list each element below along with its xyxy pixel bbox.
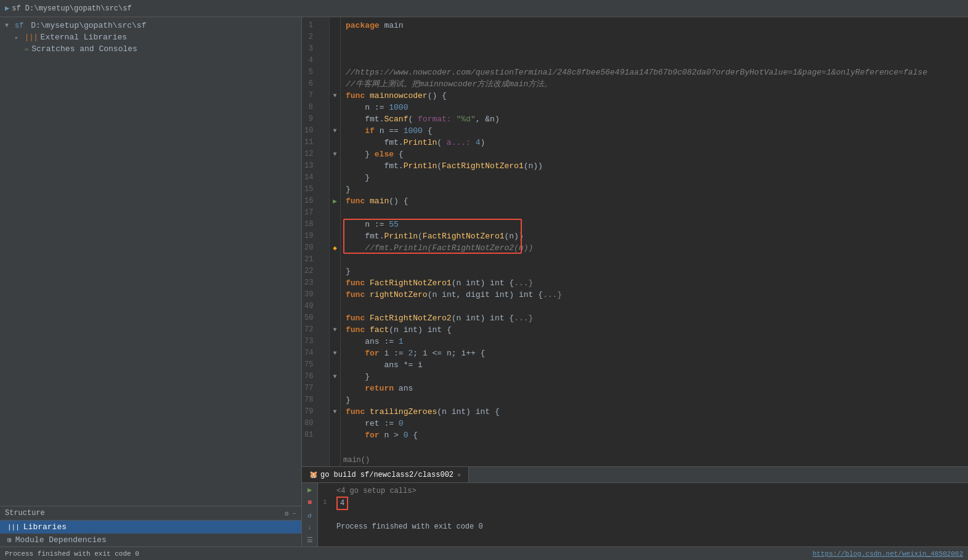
sidebar-sf-path: D:\mysetup\gopath\src\sf [26, 21, 146, 30]
run-scroll-down-button[interactable]: ↓ [304, 523, 315, 532]
structure-item-libraries[interactable]: ||| Libraries [0, 521, 301, 534]
code-line-75: ans *= i [346, 359, 963, 371]
scratches-label: Scratches and Consoles [31, 44, 137, 54]
line-numbers: 1 2 3 4 5 6 7 8 9 10 11 12 13 14 15 16 1… [302, 17, 330, 466]
ext-lib-icon: ||| [25, 33, 38, 42]
run-stop-button[interactable]: ■ [304, 498, 315, 507]
code-line-50: func FactRightNotZero2(n int) int {...} [346, 312, 963, 324]
fold-76[interactable]: ▼ [330, 371, 340, 383]
status-url[interactable]: https://blog.csdn.net/weixin_48502062 [813, 550, 963, 558]
output-line-blank [323, 510, 963, 521]
structure-actions: ⚙ – [285, 509, 296, 517]
run-content: ▶ ■ ↺ ↓ ☰ <4 go setup calls> 1 4 [302, 483, 968, 546]
code-line-14: } [346, 172, 963, 184]
run-output: <4 go setup calls> 1 4 Process finished … [318, 483, 968, 546]
code-line-21 [346, 254, 963, 266]
fold-7[interactable]: ▼ [330, 90, 340, 102]
code-line-80: ret := 0 [346, 418, 963, 429]
output-setup-text: <4 go setup calls> [336, 485, 417, 497]
libraries-label: Libraries [23, 522, 67, 532]
ext-libraries-label: External Libraries [41, 33, 127, 42]
code-line-74: for i := 2; i <= n; i++ { [346, 347, 963, 359]
bottom-call-indicator: main() [343, 455, 370, 466]
status-bar: Process finished with exit code 0 https:… [0, 546, 968, 560]
fold-72[interactable]: ▼ [330, 324, 340, 336]
project-icon: ▶ [5, 4, 9, 13]
code-line-4 [346, 55, 963, 67]
run-tabs: 🐹 go build sf/newclass2/class002 ✕ [302, 467, 968, 483]
editor-area: 1 2 3 4 5 6 7 8 9 10 11 12 13 14 15 16 1… [302, 17, 968, 546]
code-content[interactable]: package main //https://www.nowcoder.com/… [341, 17, 968, 466]
sidebar-item-scratches[interactable]: ✏ Scratches and Consoles [0, 43, 301, 55]
structure-title: Structure [5, 509, 45, 517]
process-finished-text: Process finished with exit code 0 [336, 521, 483, 532]
run-panel: 🐹 go build sf/newclass2/class002 ✕ ▶ ■ ↺… [302, 466, 968, 546]
code-line-10: if n == 1000 { [346, 125, 963, 137]
code-line-78: } [346, 394, 963, 406]
code-line-73: ans := 1 [346, 336, 963, 347]
output-result: 4 [336, 497, 348, 510]
code-line-17 [346, 207, 963, 219]
code-editor[interactable]: 1 2 3 4 5 6 7 8 9 10 11 12 13 14 15 16 1… [302, 17, 968, 466]
code-line-22: } [346, 266, 963, 277]
fold-10[interactable]: ▼ [330, 125, 340, 137]
run-tab-icon: 🐹 [309, 471, 318, 479]
code-line-39: func rightNotZero(n int, digit int) int … [346, 289, 963, 301]
code-line-72: func fact(n int) int { [346, 324, 963, 336]
run-tab-close[interactable]: ✕ [457, 471, 461, 479]
main-layout: ▼ sf D:\mysetup\gopath\src\sf ▸ ||| Exte… [0, 17, 968, 546]
settings-icon[interactable]: ⚙ [285, 509, 289, 517]
code-line-8: n := 1000 [346, 102, 963, 113]
code-line-76: } [346, 371, 963, 383]
status-process-text: Process finished with exit code 0 [5, 550, 139, 558]
run-play-button[interactable]: ▶ [304, 485, 315, 495]
arrow-icon: ▼ [5, 22, 14, 29]
code-line-3 [346, 43, 963, 55]
code-line-77: return ans [346, 383, 963, 394]
code-line-7: func mainnowcoder() { [346, 90, 963, 102]
run-tab-label: go build sf/newclass2/class002 [320, 471, 453, 479]
minimize-icon[interactable]: – [292, 509, 296, 517]
folder-icon: sf [15, 22, 23, 30]
code-line-12: } else { [346, 148, 963, 160]
output-line-1: 1 4 [323, 497, 963, 510]
structure-header: Structure ⚙ – [0, 506, 301, 521]
run-filter-button[interactable]: ☰ [304, 535, 315, 544]
code-line-49 [346, 301, 963, 312]
code-line-11: fmt.Println( a...: 4) [346, 137, 963, 148]
debug-point-20[interactable]: ◆ [330, 242, 340, 254]
sidebar-item-sf[interactable]: ▼ sf D:\mysetup\gopath\src\sf [0, 20, 301, 31]
code-line-15: } [346, 184, 963, 195]
run-rerun-button[interactable]: ↺ [304, 511, 315, 519]
code-line-2 [346, 31, 963, 43]
fold-74[interactable]: ▼ [330, 347, 340, 359]
fold-12[interactable]: ▼ [330, 148, 340, 160]
sidebar-tree: ▼ sf D:\mysetup\gopath\src\sf ▸ ||| Exte… [0, 17, 301, 506]
structure-item-module-deps[interactable]: ⊞ Module Dependencies [0, 534, 301, 546]
run-tab-active[interactable]: 🐹 go build sf/newclass2/class002 ✕ [302, 467, 469, 482]
scratch-icon: ✏ [25, 44, 29, 54]
code-line-13: fmt.Println(FactRightNotZero1(n)) [346, 160, 963, 172]
code-line-23: func FactRightNotZero1(n int) int {...} [346, 277, 963, 289]
code-line-19: fmt.Println(FactRightNotZero1(n)) [346, 230, 963, 242]
code-line-18: n := 55 [346, 219, 963, 230]
run-arrow-16[interactable]: ▶ [330, 195, 340, 207]
module-icon: ⊞ [7, 536, 12, 544]
code-line-1: package main [346, 20, 963, 31]
code-line-5: //https://www.nowcoder.com/questionTermi… [346, 67, 963, 78]
top-bar: ▶ sf D:\mysetup\gopath\src\sf [0, 0, 968, 17]
code-line-6: //牛客网上测试。把mainnowcoder方法改成main方法。 [346, 78, 963, 90]
output-line-setup: <4 go setup calls> [323, 485, 963, 497]
sidebar: ▼ sf D:\mysetup\gopath\src\sf ▸ ||| Exte… [0, 17, 302, 546]
fold-79[interactable]: ▼ [330, 406, 340, 418]
project-path: sf D:\mysetup\gopath\src\sf [12, 4, 131, 13]
sidebar-item-ext-libraries[interactable]: ▸ ||| External Libraries [0, 31, 301, 43]
code-line-9: fmt.Scanf( format: "%d", &n) [346, 113, 963, 125]
fold-column: ▼ ▼ ▼ ▶ ◆ ▼ [330, 17, 341, 466]
code-line-20: //fmt.Println(FactRightNotZero2(n)) [346, 242, 963, 254]
arrow-icon: ▸ [15, 34, 23, 41]
module-deps-label: Module Dependencies [15, 535, 107, 545]
output-process-finished: Process finished with exit code 0 [323, 521, 963, 532]
code-line-79: func trailingZeroes(n int) int { [346, 406, 963, 418]
libraries-icon: ||| [7, 524, 20, 531]
